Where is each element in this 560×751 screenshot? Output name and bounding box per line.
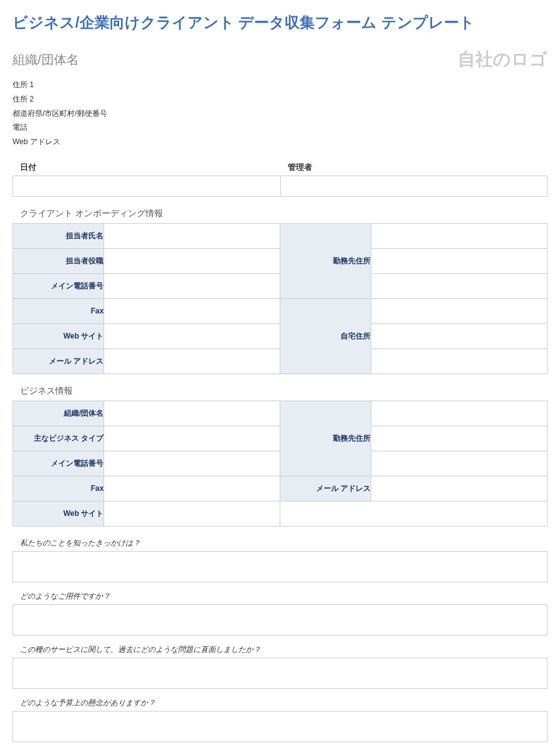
home-address-input-2[interactable] — [371, 324, 547, 349]
empty-cell — [280, 501, 547, 526]
date-input[interactable] — [13, 176, 280, 197]
contact-title-input[interactable] — [104, 249, 280, 273]
date-admin-row: 日付 管理者 — [13, 162, 547, 197]
work-address-input-3[interactable] — [371, 274, 547, 298]
biz-website-input[interactable] — [104, 502, 280, 526]
section1-heading: クライアント オンボーディング情報 — [13, 208, 547, 219]
work-address-input-2[interactable] — [371, 249, 547, 273]
main-phone-input[interactable] — [104, 274, 280, 298]
contact-title-label: 担当者役職 — [13, 248, 104, 273]
fax-input[interactable] — [104, 299, 280, 323]
date-label: 日付 — [13, 162, 280, 173]
q1-label: 私たちのことを知ったきっかけは？ — [13, 538, 547, 549]
biz-main-phone-input[interactable] — [104, 451, 280, 476]
page-title: ビジネス/企業向けクライアント データ収集フォーム テンプレート — [13, 13, 547, 33]
org-name-label: 組織/団体名 — [13, 51, 79, 68]
biz-work-address-input-1[interactable] — [371, 401, 547, 426]
q2-label: どのようなご用件ですか？ — [13, 591, 547, 602]
biz-work-address-input-2[interactable] — [371, 426, 547, 451]
address-block: 住所 1 住所 2 都道府県/市区町村/郵便番号 電話 Web アドレス — [13, 78, 547, 149]
biz-main-phone-label: メイン電話番号 — [13, 451, 104, 476]
biz-fax-label: Fax — [13, 476, 104, 501]
q1-input[interactable] — [13, 551, 547, 582]
q4-input[interactable] — [13, 711, 547, 742]
biz-email-input[interactable] — [371, 476, 547, 501]
address-line-2: 住所 2 — [13, 92, 547, 107]
fax-label: Fax — [13, 298, 104, 323]
admin-input[interactable] — [280, 176, 548, 197]
address-line-1: 住所 1 — [13, 78, 547, 92]
q3-input[interactable] — [13, 658, 547, 689]
main-phone-label: メイン電話番号 — [13, 273, 104, 298]
email-input[interactable] — [104, 349, 280, 374]
biz-org-name-input[interactable] — [104, 401, 280, 426]
home-address-input-3[interactable] — [371, 349, 547, 374]
home-address-input-1[interactable] — [371, 299, 547, 323]
logo-placeholder: 自社のロゴ — [458, 48, 547, 71]
work-address-label: 勤務先住所 — [280, 223, 371, 298]
address-line-4: 電話 — [13, 120, 547, 135]
contact-name-label: 担当者氏名 — [13, 223, 104, 248]
business-table: 組織/団体名 勤務先住所 主なビジネス タイプ メイン電話番号 Fax メール … — [13, 401, 547, 527]
admin-label: 管理者 — [280, 162, 548, 173]
q3-label: この種のサービスに関して、過去にどのような問題に直面しましたか？ — [13, 644, 547, 655]
biz-work-address-input-3[interactable] — [371, 451, 547, 476]
address-line-5: Web アドレス — [13, 135, 547, 149]
section2-heading: ビジネス情報 — [13, 386, 547, 397]
website-input[interactable] — [104, 324, 280, 349]
header-row: 組織/団体名 自社のロゴ — [13, 48, 547, 71]
q4-label: どのような予算上の懸念がありますか？ — [13, 698, 547, 708]
biz-website-label: Web サイト — [13, 501, 104, 526]
biz-type-label: 主なビジネス タイプ — [13, 426, 104, 451]
biz-org-name-label: 組織/団体名 — [13, 401, 104, 426]
website-label: Web サイト — [13, 323, 104, 349]
q2-input[interactable] — [13, 604, 547, 636]
home-address-label: 自宅住所 — [280, 298, 371, 374]
contact-name-input[interactable] — [104, 224, 280, 248]
address-line-3: 都道府県/市区町村/郵便番号 — [13, 107, 547, 121]
email-label: メール アドレス — [13, 349, 104, 374]
biz-email-label: メール アドレス — [280, 476, 371, 501]
onboarding-table: 担当者氏名 勤務先住所 担当者役職 メイン電話番号 Fax 自宅住所 Web サ… — [13, 223, 547, 374]
biz-work-address-label: 勤務先住所 — [280, 401, 371, 476]
biz-fax-input[interactable] — [104, 476, 280, 501]
work-address-input-1[interactable] — [371, 224, 547, 248]
biz-type-input[interactable] — [104, 426, 280, 451]
